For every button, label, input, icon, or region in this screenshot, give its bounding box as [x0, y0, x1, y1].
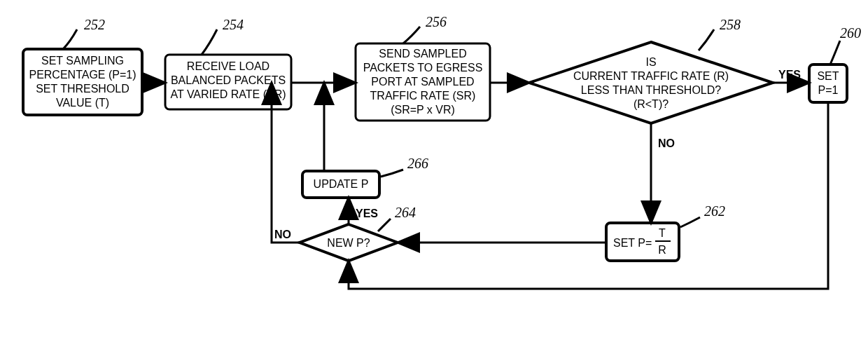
box-266-line: UPDATE P	[314, 178, 369, 190]
ref-254: 254	[223, 17, 244, 32]
ref-leader-258	[699, 29, 714, 50]
box-260-line: P=1	[818, 84, 839, 96]
box-254-line: BALANCED PACKETS	[171, 74, 286, 86]
ref-leader-266	[381, 170, 403, 177]
box-260: SET P=1	[809, 64, 847, 102]
decision-258-line: IS	[645, 56, 656, 68]
decision-258-line: CURRENT TRAFFIC RATE (R)	[573, 70, 729, 82]
box-262: SET P= T R	[606, 223, 679, 261]
box-252-line: PERCENTAGE (P=1)	[29, 69, 136, 81]
ref-leader-260	[830, 41, 840, 64]
box-256-line: TRAFFIC RATE (SR)	[370, 90, 476, 102]
decision-264: NEW P?	[300, 224, 398, 261]
box-254-line: RECEIVE LOAD	[187, 60, 270, 72]
svg-marker-3	[529, 42, 773, 123]
ref-leader-254	[202, 29, 217, 55]
decision-258: IS CURRENT TRAFFIC RATE (R) LESS THAN TH…	[529, 42, 773, 123]
arrow-260-264	[349, 102, 828, 289]
box-252: SET SAMPLING PERCENTAGE (P=1) SET THRESH…	[23, 49, 142, 115]
box-266: UPDATE P	[302, 171, 379, 198]
box-260-line: SET	[817, 70, 839, 82]
box-262-den: R	[658, 244, 666, 256]
box-256-line: PACKETS TO EGRESS	[363, 62, 483, 74]
label-no-258: NO	[658, 137, 675, 149]
ref-262: 262	[704, 203, 725, 219]
box-252-line: VALUE (T)	[56, 97, 109, 109]
box-262-num: T	[659, 227, 666, 239]
ref-258: 258	[720, 17, 741, 32]
ref-252: 252	[84, 17, 105, 32]
ref-leader-262	[680, 217, 700, 227]
label-no-264: NO	[274, 229, 291, 240]
ref-leader-264	[378, 219, 391, 231]
ref-leader-252	[63, 29, 77, 49]
decision-258-line: LESS THAN THRESHOLD?	[581, 84, 721, 96]
box-256-line: (SR=P x VR)	[391, 104, 455, 116]
box-256-line: SEND SAMPLED	[379, 48, 466, 60]
box-256-line: PORT AT SAMPLED	[371, 76, 474, 88]
ref-260: 260	[840, 25, 861, 41]
decision-264-line: NEW P?	[327, 237, 370, 249]
box-252-line: SET SAMPLING	[41, 55, 124, 67]
box-262-pre: SET P=	[613, 237, 652, 249]
box-256: SEND SAMPLED PACKETS TO EGRESS PORT AT S…	[356, 43, 490, 121]
ref-266: 266	[407, 156, 428, 171]
box-252-line: SET THRESHOLD	[36, 83, 130, 95]
ref-264: 264	[395, 205, 416, 220]
ref-leader-256	[403, 27, 420, 43]
label-yes-264: YES	[356, 207, 378, 219]
label-yes-258: YES	[778, 69, 801, 81]
ref-256: 256	[426, 14, 447, 29]
box-254-line: AT VARIED RATE (VR)	[170, 88, 286, 100]
decision-258-line: (R<T)?	[634, 98, 668, 110]
